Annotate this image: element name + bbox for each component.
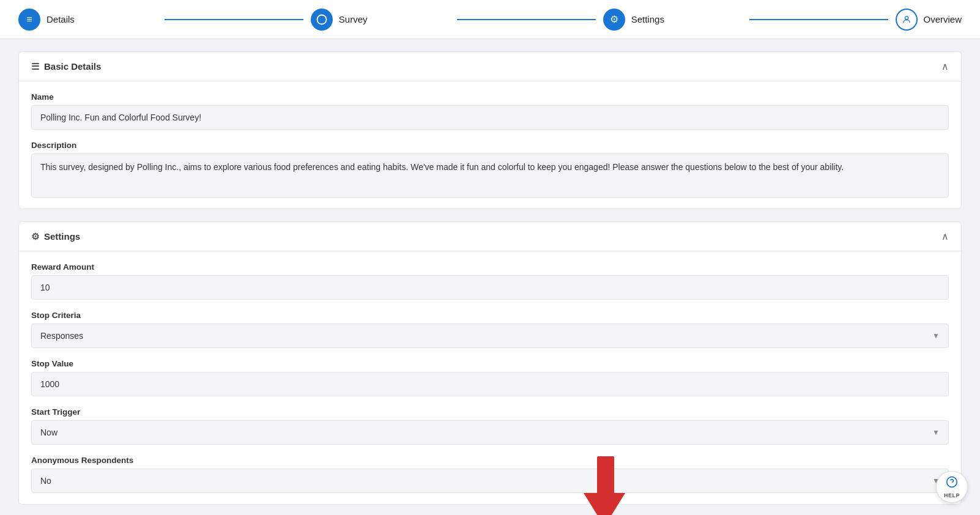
stop-value-field-group: Stop Value 1000 — [31, 359, 949, 396]
settings-header: ⚙ Settings ∧ — [19, 222, 961, 251]
step-overview[interactable]: Overview — [896, 9, 962, 31]
step-survey[interactable]: Survey — [311, 9, 450, 31]
settings-section-icon: ⚙ — [31, 231, 39, 242]
basic-details-title: ☰ Basic Details — [31, 61, 101, 72]
help-fab[interactable]: HELP — [936, 471, 968, 503]
step-line-1 — [165, 19, 303, 20]
collapse-settings[interactable]: ∧ — [941, 231, 949, 242]
survey-label: Survey — [339, 14, 368, 24]
collapse-basic-details[interactable]: ∧ — [941, 61, 949, 72]
settings-card: ⚙ Settings ∧ Reward Amount 10 Stop Crite… — [18, 221, 962, 505]
settings-label: Settings — [631, 14, 664, 24]
step-settings[interactable]: ⚙ Settings — [603, 9, 742, 31]
reward-amount-field-group: Reward Amount 10 — [31, 262, 949, 300]
stepper: ≡ Details Survey ⚙ Settings Overview — [0, 0, 980, 39]
stop-criteria-label: Stop Criteria — [31, 311, 949, 320]
basic-details-body: Name Polling Inc. Fun and Colorful Food … — [19, 81, 961, 209]
stop-value-label: Stop Value — [31, 359, 949, 368]
name-field-group: Name Polling Inc. Fun and Colorful Food … — [31, 92, 949, 130]
basic-details-icon: ☰ — [31, 61, 39, 72]
step-details[interactable]: ≡ Details — [18, 9, 157, 31]
overview-icon — [896, 9, 918, 31]
overview-label: Overview — [924, 14, 962, 24]
description-label: Description — [31, 141, 949, 150]
main-content: ☰ Basic Details ∧ Name Polling Inc. Fun … — [0, 39, 980, 515]
start-trigger-value[interactable]: Now ▼ — [31, 420, 949, 445]
anonymous-respondents-label: Anonymous Respondents — [31, 456, 949, 465]
basic-details-header: ☰ Basic Details ∧ — [19, 52, 961, 81]
stop-criteria-value[interactable]: Responses ▼ — [31, 324, 949, 348]
details-label: Details — [46, 14, 75, 24]
description-value: This survey, designed by Polling Inc., a… — [31, 154, 949, 198]
step-line-2 — [457, 19, 596, 20]
help-label: HELP — [944, 492, 960, 498]
start-trigger-arrow-icon: ▼ — [932, 428, 940, 437]
anonymous-respondents-field-group: Anonymous Respondents No ▼ — [31, 456, 949, 493]
settings-body: Reward Amount 10 Stop Criteria Responses… — [19, 251, 961, 504]
start-trigger-field-group: Start Trigger Now ▼ — [31, 407, 949, 445]
settings-title: ⚙ Settings — [31, 231, 80, 242]
step-line-3 — [749, 19, 888, 20]
stop-criteria-field-group: Stop Criteria Responses ▼ — [31, 311, 949, 348]
svg-point-1 — [905, 16, 908, 19]
description-field-group: Description This survey, designed by Pol… — [31, 141, 949, 198]
survey-icon — [311, 9, 333, 31]
settings-icon: ⚙ — [603, 9, 625, 31]
reward-amount-value: 10 — [31, 275, 949, 300]
stop-value-value: 1000 — [31, 372, 949, 396]
name-label: Name — [31, 92, 949, 102]
basic-details-card: ☰ Basic Details ∧ Name Polling Inc. Fun … — [18, 51, 962, 209]
anonymous-respondents-value[interactable]: No ▼ — [31, 469, 949, 493]
help-icon — [946, 476, 958, 491]
stop-criteria-arrow-icon: ▼ — [932, 332, 940, 340]
start-trigger-label: Start Trigger — [31, 407, 949, 417]
reward-amount-label: Reward Amount — [31, 262, 949, 272]
name-value: Polling Inc. Fun and Colorful Food Surve… — [31, 105, 949, 130]
details-icon: ≡ — [18, 9, 40, 31]
